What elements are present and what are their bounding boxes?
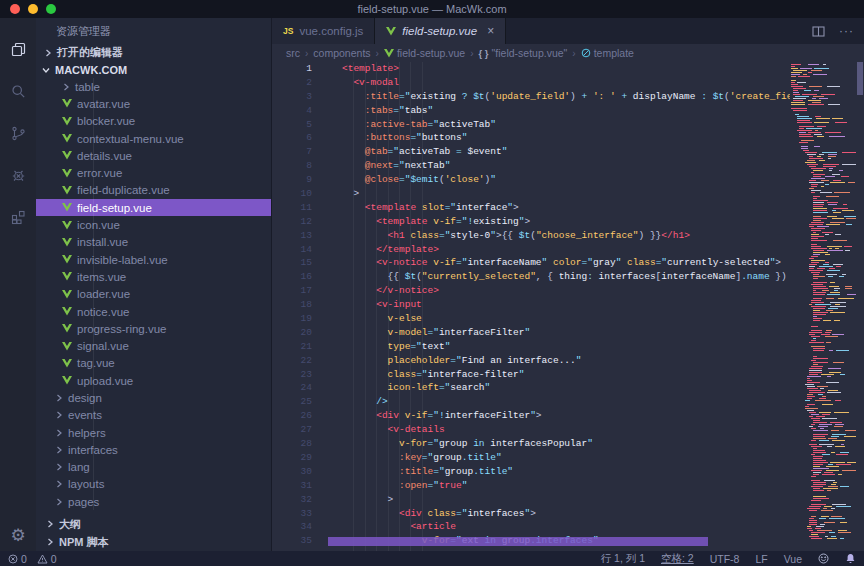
file-item[interactable]: upload.vue: [36, 372, 271, 389]
line-number[interactable]: 1: [272, 62, 312, 76]
file-item[interactable]: install.vue: [36, 234, 271, 251]
code-line[interactable]: >: [342, 187, 790, 201]
gear-icon[interactable]: ⚙: [0, 525, 36, 545]
code-line[interactable]: v-for="group in interfacesPopular": [342, 437, 790, 451]
line-number[interactable]: 2: [272, 76, 312, 90]
vertical-scrollbar[interactable]: [857, 62, 863, 95]
folder-item[interactable]: table: [36, 78, 271, 95]
breadcrumb-item[interactable]: field-setup.vue: [384, 47, 465, 59]
split-editor-icon[interactable]: [812, 26, 825, 37]
code-line[interactable]: <v-details: [342, 423, 790, 437]
code-line[interactable]: :tabs="tabs": [342, 104, 790, 118]
code-line[interactable]: >: [342, 493, 790, 507]
code-line[interactable]: <div class="interfaces">: [342, 507, 790, 521]
line-number[interactable]: 6: [272, 131, 312, 145]
line-number[interactable]: 19: [272, 312, 312, 326]
encoding-setting[interactable]: UTF-8: [710, 553, 740, 565]
file-item[interactable]: avatar.vue: [36, 95, 271, 112]
npm-scripts-section[interactable]: NPM 脚本: [36, 533, 271, 551]
indentation-setting[interactable]: 空格: 2: [661, 552, 694, 566]
file-item[interactable]: icon.vue: [36, 216, 271, 233]
warnings-indicator[interactable]: 0: [37, 553, 57, 565]
language-mode[interactable]: Vue: [784, 553, 802, 565]
code-line[interactable]: type="text": [342, 340, 790, 354]
line-number[interactable]: 34: [272, 520, 312, 534]
minimize-window-button[interactable]: [28, 4, 38, 14]
line-number[interactable]: 10: [272, 187, 312, 201]
code-line[interactable]: :open="true": [342, 479, 790, 493]
line-number[interactable]: 22: [272, 354, 312, 368]
debug-icon[interactable]: [0, 154, 36, 196]
line-number[interactable]: 20: [272, 326, 312, 340]
root-folder-section[interactable]: MACWK.COM: [36, 61, 271, 78]
code-line[interactable]: {{ $t("currently_selected", { thing: int…: [342, 270, 790, 284]
line-number[interactable]: 25: [272, 395, 312, 409]
line-number[interactable]: 18: [272, 298, 312, 312]
line-number[interactable]: 30: [272, 465, 312, 479]
folder-item[interactable]: lang: [36, 459, 271, 476]
line-number[interactable]: 5: [272, 118, 312, 132]
file-item[interactable]: error.vue: [36, 164, 271, 181]
file-item[interactable]: progress-ring.vue: [36, 320, 271, 337]
code-line[interactable]: @close="$emit('close')": [342, 173, 790, 187]
folder-item[interactable]: helpers: [36, 424, 271, 441]
line-number[interactable]: 13: [272, 229, 312, 243]
line-number[interactable]: 24: [272, 381, 312, 395]
code-line[interactable]: />: [342, 395, 790, 409]
code-line[interactable]: </v-notice>: [342, 284, 790, 298]
line-number[interactable]: 16: [272, 270, 312, 284]
folder-item[interactable]: interfaces: [36, 441, 271, 458]
breadcrumb-item[interactable]: components: [313, 47, 370, 59]
file-item[interactable]: tag.vue: [36, 355, 271, 372]
code-line[interactable]: :buttons="buttons": [342, 131, 790, 145]
extensions-icon[interactable]: [0, 196, 36, 238]
folder-item[interactable]: pages: [36, 493, 271, 510]
code-content[interactable]: <template> <v-modal :title="existing ? $…: [330, 62, 790, 551]
code-line[interactable]: :key="group.title": [342, 451, 790, 465]
line-number[interactable]: 28: [272, 437, 312, 451]
code-line[interactable]: :active-tab="activeTab": [342, 118, 790, 132]
open-editors-section[interactable]: 打开的编辑器: [36, 44, 271, 61]
line-number[interactable]: 23: [272, 368, 312, 382]
horizontal-scrollbar[interactable]: [328, 537, 708, 546]
breadcrumb-item[interactable]: src: [286, 47, 300, 59]
code-line[interactable]: @next="nextTab": [342, 159, 790, 173]
line-number[interactable]: 3: [272, 90, 312, 104]
line-number[interactable]: 31: [272, 479, 312, 493]
code-line[interactable]: v-model="interfaceFilter": [342, 326, 790, 340]
line-number[interactable]: 35: [272, 534, 312, 548]
line-number[interactable]: 21: [272, 340, 312, 354]
minimap[interactable]: [790, 64, 856, 551]
search-icon[interactable]: [0, 70, 36, 112]
code-line[interactable]: </template>: [342, 243, 790, 257]
folder-item[interactable]: design: [36, 389, 271, 406]
close-window-button[interactable]: [10, 4, 20, 14]
code-line[interactable]: <v-notice v-if="interfaceName" color="gr…: [342, 256, 790, 270]
file-item[interactable]: contextual-menu.vue: [36, 130, 271, 147]
line-number[interactable]: 11: [272, 201, 312, 215]
folder-item[interactable]: layouts: [36, 476, 271, 493]
file-item[interactable]: loader.vue: [36, 286, 271, 303]
line-number[interactable]: 9: [272, 173, 312, 187]
bell-icon[interactable]: [845, 553, 856, 564]
code-line[interactable]: icon-left="search": [342, 381, 790, 395]
code-line[interactable]: @tab="activeTab = $event": [342, 145, 790, 159]
file-item[interactable]: signal.vue: [36, 337, 271, 354]
code-line[interactable]: <template slot="interface">: [342, 201, 790, 215]
line-number[interactable]: 14: [272, 243, 312, 257]
folder-item[interactable]: events: [36, 407, 271, 424]
file-item[interactable]: items.vue: [36, 268, 271, 285]
line-number[interactable]: 26: [272, 409, 312, 423]
code-line[interactable]: placeholder="Find an interface...": [342, 354, 790, 368]
code-line[interactable]: <div v-if="!interfaceFilter">: [342, 409, 790, 423]
breadcrumb-item[interactable]: { }"field-setup.vue": [479, 47, 568, 59]
line-number[interactable]: 7: [272, 145, 312, 159]
line-number[interactable]: 17: [272, 284, 312, 298]
line-number[interactable]: 33: [272, 507, 312, 521]
code-line[interactable]: <v-modal: [342, 76, 790, 90]
line-number[interactable]: 4: [272, 104, 312, 118]
line-number[interactable]: 27: [272, 423, 312, 437]
errors-indicator[interactable]: 0: [8, 553, 27, 565]
eol-setting[interactable]: LF: [755, 553, 767, 565]
file-item[interactable]: details.vue: [36, 147, 271, 164]
